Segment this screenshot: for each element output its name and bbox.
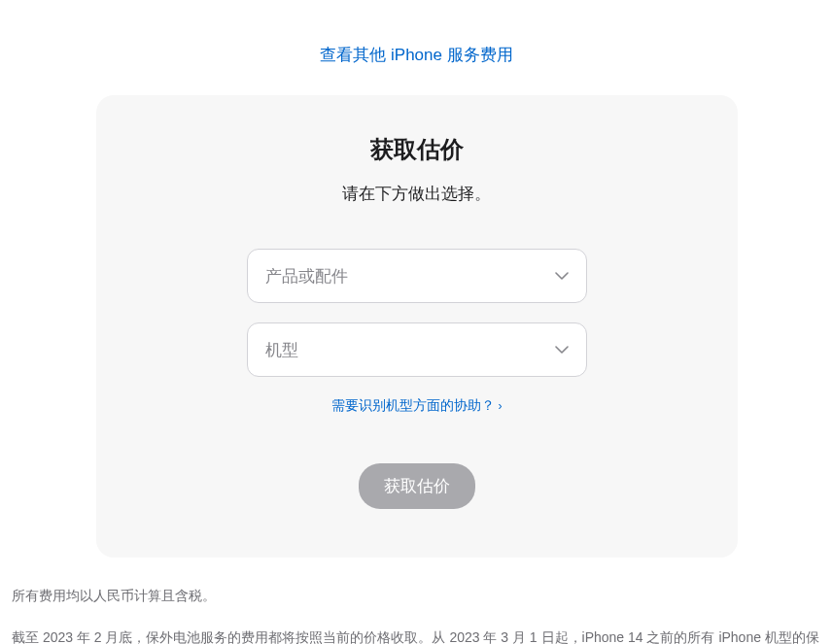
model-select-placeholder: 机型	[265, 339, 298, 361]
estimate-card: 获取估价 请在下方做出选择。 产品或配件 机型 需要识别机型方面的协助？› 获取…	[96, 95, 738, 558]
chevron-right-icon: ›	[499, 399, 503, 413]
identify-model-help-link[interactable]: 需要识别机型方面的协助？›	[331, 397, 503, 413]
get-estimate-button[interactable]: 获取估价	[359, 463, 475, 509]
product-select-wrapper: 产品或配件	[247, 249, 587, 303]
product-select-placeholder: 产品或配件	[265, 265, 348, 288]
chevron-down-icon	[555, 272, 569, 280]
chevron-down-icon	[555, 346, 569, 354]
top-link-container: 查看其他 iPhone 服务费用	[10, 44, 823, 66]
footer-notes: 所有费用均以人民币计算且含税。 截至 2023 年 2 月底，保外电池服务的费用…	[10, 583, 823, 644]
help-link-container: 需要识别机型方面的协助？›	[145, 396, 689, 415]
model-select-wrapper: 机型	[247, 322, 587, 377]
card-subtitle: 请在下方做出选择。	[145, 183, 689, 205]
model-select[interactable]: 机型	[247, 322, 587, 377]
footer-note-price-change: 截至 2023 年 2 月底，保外电池服务的费用都将按照当前的价格收取。从 20…	[12, 625, 821, 644]
product-select[interactable]: 产品或配件	[247, 249, 587, 303]
card-title: 获取估价	[145, 134, 689, 165]
footer-note-tax: 所有费用均以人民币计算且含税。	[12, 583, 821, 609]
footer-note-prefix: 截至 2023 年 2 月底，保外电池服务的费用都将按照当前的价格收取。从 20…	[12, 629, 819, 644]
view-other-fees-link[interactable]: 查看其他 iPhone 服务费用	[320, 46, 512, 64]
help-link-label: 需要识别机型方面的协助？	[331, 397, 495, 413]
